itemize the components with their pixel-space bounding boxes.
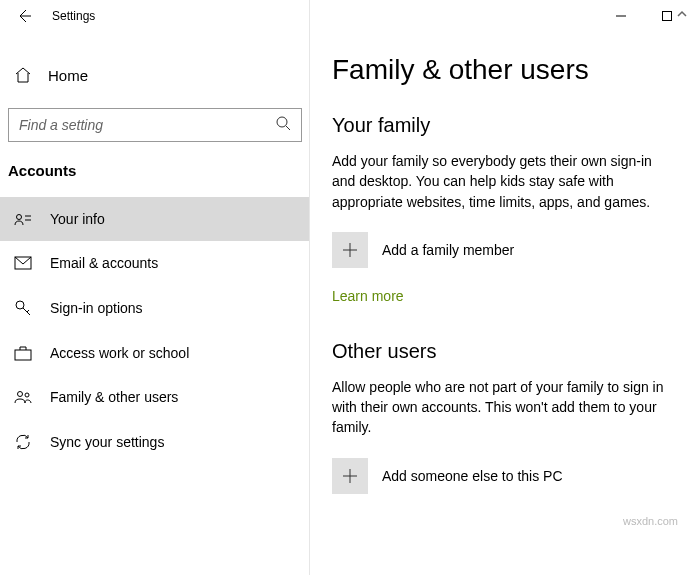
search-box[interactable] <box>8 108 302 142</box>
watermark: wsxdn.com <box>623 515 678 527</box>
back-arrow-icon <box>16 8 32 24</box>
family-heading: Your family <box>332 114 676 137</box>
back-button[interactable] <box>4 0 44 32</box>
sidebar-item-your-info[interactable]: Your info <box>0 197 310 241</box>
add-other-user-button[interactable]: Add someone else to this PC <box>332 458 676 494</box>
svg-line-3 <box>286 126 290 130</box>
search-input[interactable] <box>19 117 275 133</box>
other-users-description: Allow people who are not part of your fa… <box>332 377 676 438</box>
plus-icon <box>332 458 368 494</box>
sidebar-item-email-accounts[interactable]: Email & accounts <box>0 241 310 285</box>
home-label: Home <box>48 67 88 84</box>
key-icon <box>14 299 32 317</box>
category-heading: Accounts <box>0 162 310 197</box>
sidebar-item-family-users[interactable]: Family & other users <box>0 375 310 419</box>
other-users-heading: Other users <box>332 340 676 363</box>
svg-point-11 <box>25 393 29 397</box>
sync-icon <box>14 433 32 451</box>
svg-point-2 <box>277 117 287 127</box>
page-title: Family & other users <box>332 54 676 86</box>
sidebar-item-work-school[interactable]: Access work or school <box>0 331 310 375</box>
learn-more-link[interactable]: Learn more <box>332 288 676 304</box>
sidebar: Home Accounts Your info Email & accounts <box>0 32 310 575</box>
add-family-member-button[interactable]: Add a family member <box>332 232 676 268</box>
people-icon <box>14 389 32 405</box>
sidebar-item-signin-options[interactable]: Sign-in options <box>0 285 310 331</box>
sidebar-item-label: Family & other users <box>50 389 178 405</box>
sidebar-item-label: Your info <box>50 211 105 227</box>
home-nav[interactable]: Home <box>0 56 310 94</box>
briefcase-icon <box>14 345 32 361</box>
svg-point-10 <box>18 392 23 397</box>
svg-rect-9 <box>15 350 31 360</box>
sidebar-item-label: Sign-in options <box>50 300 143 316</box>
sidebar-item-sync-settings[interactable]: Sync your settings <box>0 419 310 465</box>
scroll-up-chevron-icon[interactable] <box>676 6 688 24</box>
svg-point-8 <box>16 301 24 309</box>
minimize-button[interactable] <box>598 0 644 32</box>
person-card-icon <box>14 212 32 226</box>
add-family-label: Add a family member <box>382 242 514 258</box>
plus-icon <box>332 232 368 268</box>
sidebar-item-label: Email & accounts <box>50 255 158 271</box>
main-panel: Family & other users Your family Add you… <box>310 32 694 575</box>
add-other-label: Add someone else to this PC <box>382 468 563 484</box>
window-title: Settings <box>52 9 95 23</box>
mail-icon <box>14 256 32 270</box>
home-icon <box>14 66 32 84</box>
sidebar-item-label: Sync your settings <box>50 434 164 450</box>
svg-rect-1 <box>663 12 672 21</box>
maximize-icon <box>662 11 672 21</box>
sidebar-item-label: Access work or school <box>50 345 189 361</box>
titlebar: Settings <box>0 0 694 32</box>
minimize-icon <box>616 11 626 21</box>
family-description: Add your family so everybody gets their … <box>332 151 676 212</box>
svg-point-4 <box>17 215 22 220</box>
search-icon <box>275 115 291 135</box>
content-area: Home Accounts Your info Email & accounts <box>0 32 694 575</box>
